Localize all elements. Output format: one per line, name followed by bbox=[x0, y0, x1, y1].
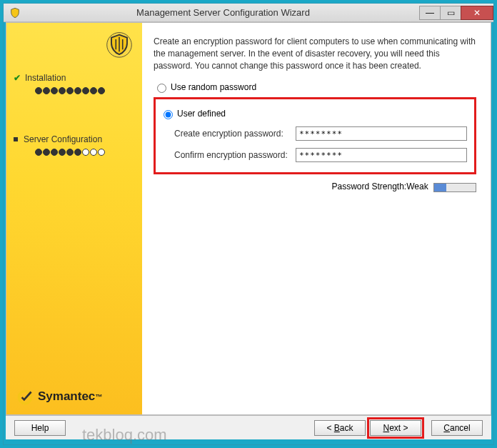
close-button[interactable]: ✕ bbox=[461, 6, 493, 20]
radio-userdef-input[interactable] bbox=[164, 110, 173, 119]
sidebar-step-label: Server Configuration bbox=[24, 134, 102, 144]
main-panel: Create an encryption password for client… bbox=[142, 23, 491, 414]
sidebar-step-label: Installation bbox=[25, 73, 66, 83]
sidebar-step-installation: ✔ Installation bbox=[14, 73, 135, 83]
content-area: ✔ Installation Server Configuration Syma… bbox=[6, 22, 491, 415]
window-controls: — ▭ ✕ bbox=[420, 6, 493, 20]
create-password-label: Create encryption password: bbox=[174, 129, 296, 139]
radio-userdef-label: User defined bbox=[177, 109, 226, 119]
window-title: Management Server Configuration Wizard bbox=[26, 7, 420, 18]
square-icon bbox=[14, 137, 18, 141]
symantec-logo: Symantec™ bbox=[16, 387, 102, 406]
maximize-button[interactable]: ▭ bbox=[440, 6, 461, 20]
check-icon: ✔ bbox=[14, 73, 21, 83]
minimize-button[interactable]: — bbox=[419, 6, 441, 20]
confirm-password-input[interactable] bbox=[296, 148, 467, 162]
create-password-row: Create encryption password: bbox=[174, 126, 467, 141]
password-strength-label: Password Strength:Weak bbox=[331, 181, 428, 191]
radio-user-defined[interactable]: User defined bbox=[160, 108, 467, 119]
titlebar: Management Server Configuration Wizard —… bbox=[4, 4, 493, 22]
next-button[interactable]: Next > bbox=[370, 420, 421, 436]
sidebar-shield-icon bbox=[105, 31, 134, 65]
password-strength-row: Password Strength:Weak bbox=[154, 181, 476, 191]
user-defined-section: User defined Create encryption password:… bbox=[154, 97, 476, 174]
confirm-password-label: Confirm encryption password: bbox=[174, 150, 296, 160]
radio-random-label: Use random password bbox=[171, 82, 256, 92]
help-button[interactable]: Help bbox=[14, 420, 66, 436]
password-strength-bar bbox=[433, 183, 476, 192]
confirm-password-row: Confirm encryption password: bbox=[174, 148, 467, 162]
app-shield-icon bbox=[9, 7, 21, 19]
radio-random-input[interactable] bbox=[157, 84, 166, 93]
radio-use-random[interactable]: Use random password bbox=[154, 81, 476, 93]
sidebar-step-server-config: Server Configuration bbox=[14, 134, 135, 144]
sidebar: ✔ Installation Server Configuration Syma… bbox=[6, 23, 142, 414]
brand-text: Symantec bbox=[38, 389, 95, 404]
back-button[interactable]: < Back bbox=[314, 420, 366, 436]
create-password-input[interactable] bbox=[296, 126, 467, 141]
cancel-button[interactable]: Cancel bbox=[431, 420, 483, 436]
progress-dots-server-config bbox=[35, 149, 135, 156]
progress-dots-installation bbox=[35, 87, 135, 94]
bottom-bar: Help < Back Next > Cancel bbox=[6, 415, 491, 439]
intro-text: Create an encryption password for client… bbox=[154, 36, 476, 71]
